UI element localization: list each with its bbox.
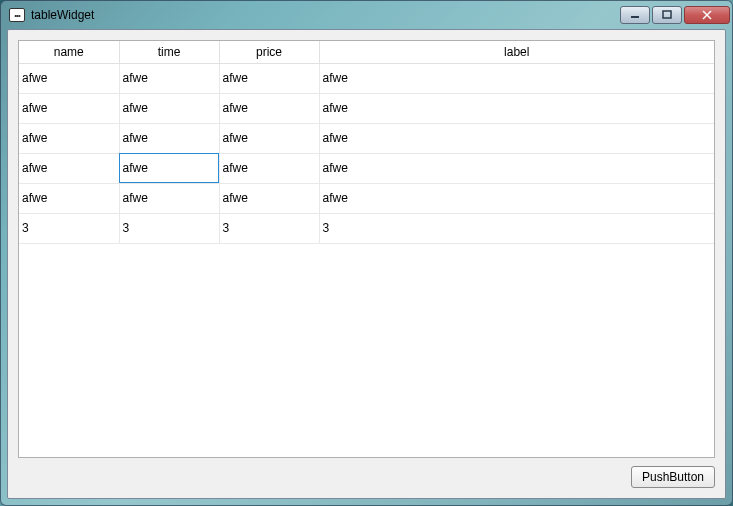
table-row: afweafweafweafwe [19, 183, 714, 213]
table-cell[interactable]: afwe [19, 93, 119, 123]
table-cell[interactable]: 3 [219, 213, 319, 243]
application-window: ••• tableWidget name time [0, 0, 733, 506]
table-cell[interactable]: afwe [219, 183, 319, 213]
table-row: afweafweafweafwe [19, 153, 714, 183]
table-cell[interactable]: afwe [119, 63, 219, 93]
table-cell[interactable]: 3 [19, 213, 119, 243]
app-icon: ••• [9, 8, 25, 22]
table-cell[interactable]: afwe [319, 123, 714, 153]
data-table: name time price label afweafweafweafweaf… [19, 41, 714, 244]
table-cell[interactable]: afwe [19, 153, 119, 183]
table-cell[interactable]: afwe [319, 63, 714, 93]
table-cell[interactable]: afwe [219, 123, 319, 153]
table-row: 3333 [19, 213, 714, 243]
button-row: PushButton [18, 458, 715, 488]
table-cell[interactable]: afwe [19, 63, 119, 93]
table-cell[interactable]: afwe [119, 153, 219, 183]
svg-rect-1 [663, 11, 671, 18]
close-button[interactable] [684, 6, 730, 24]
maximize-button[interactable] [652, 6, 682, 24]
window-title: tableWidget [31, 8, 94, 22]
table-cell[interactable]: afwe [119, 93, 219, 123]
minimize-button[interactable] [620, 6, 650, 24]
table-row: afweafweafweafwe [19, 93, 714, 123]
table-cell[interactable]: 3 [119, 213, 219, 243]
table-cell[interactable]: afwe [19, 123, 119, 153]
table-cell[interactable]: afwe [119, 183, 219, 213]
table-cell[interactable]: afwe [19, 183, 119, 213]
column-header-name[interactable]: name [19, 41, 119, 63]
table-widget[interactable]: name time price label afweafweafweafweaf… [18, 40, 715, 458]
table-cell[interactable]: afwe [319, 183, 714, 213]
push-button[interactable]: PushButton [631, 466, 715, 488]
titlebar[interactable]: ••• tableWidget [1, 1, 732, 29]
column-header-price[interactable]: price [219, 41, 319, 63]
client-area: name time price label afweafweafweafweaf… [7, 29, 726, 499]
minimize-icon [630, 10, 640, 20]
table-cell[interactable]: 3 [319, 213, 714, 243]
table-cell[interactable]: afwe [319, 93, 714, 123]
column-header-label[interactable]: label [319, 41, 714, 63]
table-header-row: name time price label [19, 41, 714, 63]
window-controls [618, 6, 730, 24]
table-cell[interactable]: afwe [219, 153, 319, 183]
table-row: afweafweafweafwe [19, 63, 714, 93]
table-cell[interactable]: afwe [219, 63, 319, 93]
maximize-icon [662, 10, 672, 20]
column-header-time[interactable]: time [119, 41, 219, 63]
close-icon [702, 10, 712, 20]
table-cell[interactable]: afwe [319, 153, 714, 183]
table-row: afweafweafweafwe [19, 123, 714, 153]
table-cell[interactable]: afwe [219, 93, 319, 123]
table-cell[interactable]: afwe [119, 123, 219, 153]
